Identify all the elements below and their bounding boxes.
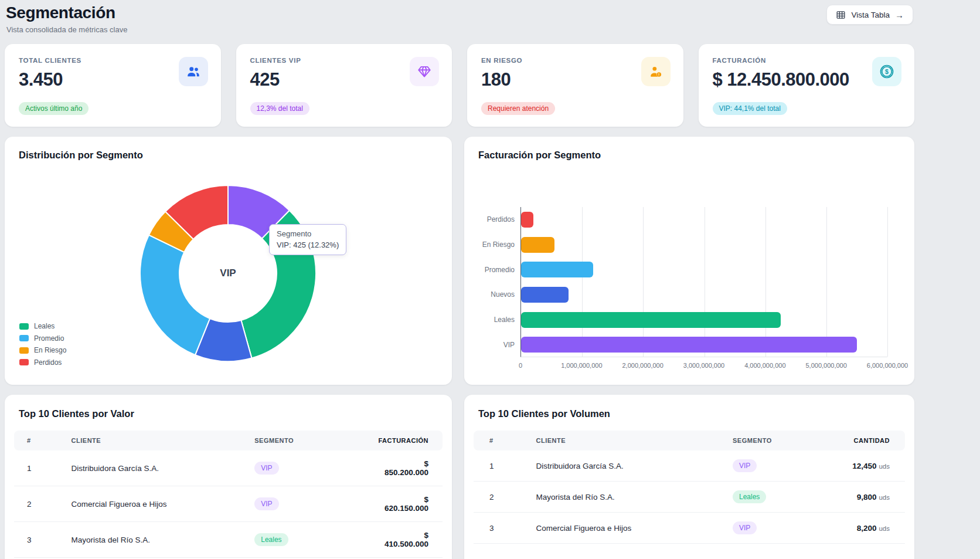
legend-swatch [19, 323, 29, 330]
dashboard-content: Segmentación Vista consolidada de métric… [5, 0, 914, 559]
cell-segment: Leales [254, 522, 378, 558]
bar-nuevos[interactable] [521, 287, 569, 303]
donut-chart: VIP [138, 184, 318, 363]
x-axis-tick-label: 1,000,000,000 [561, 362, 602, 369]
legend-item-promedio[interactable]: Promedio [19, 334, 66, 343]
table-row: 2Comercial Figueroa e HijosVIP$ 620.150.… [14, 486, 443, 522]
gridline [705, 207, 705, 357]
bar-category-label: Promedio [478, 266, 515, 274]
table-row: 3Mayorista del Río S.A.Leales$ 410.500.0… [14, 522, 443, 558]
cell-rank: 2 [474, 482, 536, 513]
table-row: 1Distribuidora García S.A.VIP12,450uds [474, 450, 905, 482]
gridline [643, 207, 644, 357]
bar-plot-area [520, 207, 887, 357]
kpi-row: TOTAL CLIENTES 3.450 Activos último año … [5, 44, 914, 127]
table-view-label: Vista Tabla [851, 11, 890, 19]
bar-category-label: Perdidos [478, 215, 515, 223]
cell-segment: VIP [254, 486, 378, 522]
cell-client: Comercial Figueroa e Hijos [536, 513, 733, 544]
quantity-unit: uds [879, 463, 890, 470]
kpi-badge: 12,3% del total [250, 102, 309, 115]
bar-category-label: VIP [478, 341, 515, 349]
table-row: 1Distribuidora García S.A.VIP$ 850.200.0… [14, 450, 443, 486]
x-axis-tick-label: 3,000,000,000 [683, 362, 724, 369]
legend-item-en-riesgo[interactable]: En Riesgo [19, 346, 66, 354]
cell-client: Mayorista del Río S.A. [536, 482, 733, 513]
x-axis-tick-label: 4,000,000,000 [744, 362, 785, 369]
column-header-value: CANTIDAD [852, 431, 905, 450]
cell-rank: 3 [474, 513, 536, 544]
cell-segment: VIP [254, 450, 378, 486]
donut-segment-promedio[interactable] [140, 235, 210, 355]
gridline [765, 207, 766, 357]
legend-item-perdidos[interactable]: Perdidos [19, 358, 66, 367]
table-header-row: # CLIENTE SEGMENTO FACTURACIÓN [14, 431, 443, 450]
chart-tooltip: Segmento VIP: 425 (12.32%) [269, 224, 346, 255]
top-clients-by-value-card: Top 10 Clientes por Valor # CLIENTE SEGM… [5, 395, 452, 559]
cell-rank: 1 [14, 450, 72, 486]
column-header-client: CLIENTE [72, 431, 255, 450]
cell-client: Mayorista del Río S.A. [72, 522, 255, 558]
tooltip-body: VIP: 425 (12.32%) [277, 240, 339, 249]
dollar-coin-icon: $ [872, 57, 901, 86]
legend-swatch [19, 359, 29, 365]
quantity-unit: uds [879, 494, 890, 501]
svg-text:$: $ [885, 68, 889, 75]
x-axis-tick-label: 0 [519, 362, 522, 369]
bar-en-riesgo[interactable] [521, 237, 554, 253]
users-icon [179, 57, 208, 86]
cell-segment: Leales [733, 482, 852, 513]
kpi-card-clientes-vip: CLIENTES VIP 425 12,3% del total [236, 44, 452, 127]
segment-badge: VIP [733, 521, 757, 534]
cell-client: Comercial Figueroa e Hijos [72, 486, 255, 522]
user-alert-icon: ! [641, 57, 671, 86]
table-row: 2Mayorista del Río S.A.Leales9,800uds [474, 482, 905, 513]
cell-value: 8,200uds [852, 513, 905, 544]
segment-badge: VIP [733, 459, 757, 472]
page-subtitle: Vista consolidada de métricas clave [6, 25, 127, 34]
bar-chart: PerdidosEn RiesgoPromedioNuevosLealesVIP… [478, 137, 914, 385]
kpi-card-en-riesgo: EN RIESGO 180 Requieren atención ! [467, 44, 683, 127]
bar-chart-card: Facturación por Segmento PerdidosEn Ries… [464, 137, 914, 385]
cell-client: Distribuidora García S.A. [536, 450, 733, 482]
arrow-right-icon: → [895, 10, 904, 20]
column-header-client: CLIENTE [536, 431, 733, 450]
kpi-card-facturacion: FACTURACIÓN $ 12.450.800.000 VIP: 44,1% … [699, 44, 915, 127]
column-header-segment: SEGMENTO [254, 431, 378, 450]
column-header-segment: SEGMENTO [733, 431, 852, 450]
kpi-card-total-clientes: TOTAL CLIENTES 3.450 Activos último año [5, 44, 221, 127]
donut-chart-card: Distribución por Segmento VIP LealesProm… [5, 137, 452, 385]
tables-row: Top 10 Clientes por Valor # CLIENTE SEGM… [5, 395, 914, 559]
x-axis-tick-label: 6,000,000,000 [867, 362, 908, 369]
cell-value: $ 850.200.000 [378, 450, 443, 486]
top-clients-by-volume-table: # CLIENTE SEGMENTO CANTIDAD 1Distribuido… [474, 431, 905, 544]
legend-label: En Riesgo [34, 346, 66, 354]
x-axis-tick-label: 2,000,000,000 [622, 362, 663, 369]
legend-swatch [19, 347, 29, 354]
svg-text:!: ! [658, 73, 659, 76]
segment-badge: VIP [254, 462, 278, 475]
gridline [887, 207, 888, 357]
segment-badge: VIP [254, 497, 278, 510]
bar-vip[interactable] [521, 337, 857, 353]
bar-perdidos[interactable] [521, 212, 533, 228]
top-clients-by-volume-card: Top 10 Clientes por Volumen # CLIENTE SE… [464, 395, 914, 559]
page-title: Segmentación [6, 4, 127, 22]
segment-badge: Leales [733, 490, 766, 503]
segmentation-dashboard: Segmentación Vista consolidada de métric… [0, 0, 980, 559]
cell-segment: VIP [733, 450, 852, 482]
table-grid-icon [836, 10, 846, 20]
bar-category-label: En Riesgo [478, 240, 515, 249]
bar-category-label: Nuevos [478, 290, 515, 299]
cell-rank: 1 [474, 450, 536, 482]
column-header-rank: # [14, 431, 72, 450]
column-header-rank: # [474, 431, 536, 450]
legend-item-leales[interactable]: Leales [19, 322, 66, 330]
cell-value: $ 620.150.000 [378, 486, 443, 522]
bar-promedio[interactable] [521, 262, 593, 277]
table-view-button[interactable]: Vista Tabla → [826, 5, 913, 25]
cell-value: $ 410.500.000 [378, 522, 443, 558]
legend-label: Perdidos [34, 358, 62, 367]
bar-leales[interactable] [521, 312, 781, 328]
column-header-value: FACTURACIÓN [378, 431, 443, 450]
